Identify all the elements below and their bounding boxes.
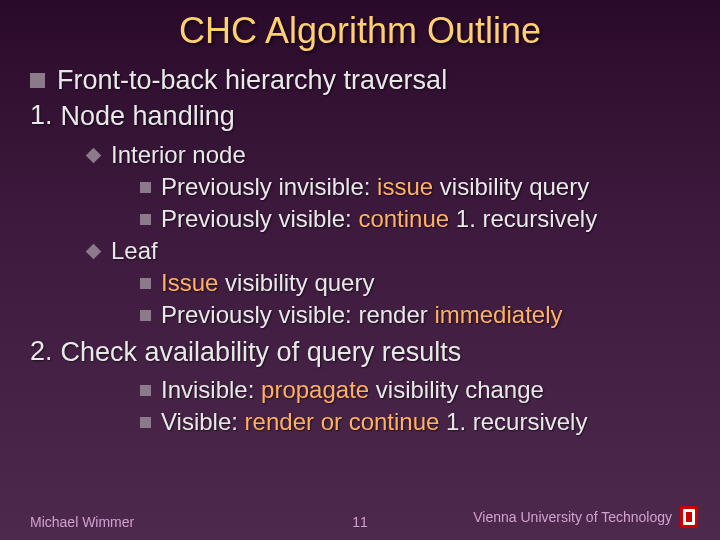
highlight: continue [358, 205, 449, 232]
square-bullet-icon [140, 182, 151, 193]
result-invisible: Invisible: propagate visibility change [140, 375, 690, 405]
text: Check availability of query results [61, 336, 462, 370]
text: Previously visible: render immediately [161, 300, 563, 330]
step-number: 1. [30, 100, 53, 131]
step-2: 2. Check availability of query results [30, 336, 690, 370]
svg-rect-2 [686, 512, 692, 522]
footer: Michael Wimmer 11 Vienna University of T… [0, 504, 720, 530]
text: Previously visible: continue 1. recursiv… [161, 204, 597, 234]
slide-body: CHC Algorithm Outline Front-to-back hier… [0, 0, 720, 437]
square-bullet-icon [140, 417, 151, 428]
text: Issue visibility query [161, 268, 374, 298]
square-bullet-icon [140, 385, 151, 396]
diamond-bullet-icon [86, 147, 102, 163]
slide-title: CHC Algorithm Outline [30, 10, 690, 52]
leaf: Leaf [88, 236, 690, 266]
interior-invisible: Previously invisible: issue visibility q… [140, 172, 690, 202]
text: Visible: render or continue 1. recursive… [161, 407, 587, 437]
highlight: immediately [434, 301, 562, 328]
text: Front-to-back hierarchy traversal [57, 64, 447, 98]
interior-node: Interior node [88, 140, 690, 170]
interior-visible: Previously visible: continue 1. recursiv… [140, 204, 690, 234]
text: Invisible: propagate visibility change [161, 375, 544, 405]
square-bullet-icon [140, 310, 151, 321]
step-1: 1. Node handling [30, 100, 690, 134]
footer-author: Michael Wimmer [30, 514, 134, 530]
footer-affiliation-text: Vienna University of Technology [473, 509, 672, 525]
square-bullet-icon [140, 214, 151, 225]
university-logo-icon [678, 504, 700, 530]
footer-page-number: 11 [352, 514, 368, 530]
step-number: 2. [30, 336, 53, 367]
bullet-front-to-back: Front-to-back hierarchy traversal [30, 64, 690, 98]
highlight: Issue [161, 269, 218, 296]
text: Previously invisible: issue visibility q… [161, 172, 589, 202]
square-bullet-icon [30, 73, 45, 88]
text: Interior node [111, 140, 246, 170]
text: Leaf [111, 236, 158, 266]
result-visible: Visible: render or continue 1. recursive… [140, 407, 690, 437]
leaf-visible: Previously visible: render immediately [140, 300, 690, 330]
highlight: issue [377, 173, 433, 200]
square-bullet-icon [140, 278, 151, 289]
text: Node handling [61, 100, 235, 134]
highlight: propagate [261, 376, 369, 403]
highlight: render or continue [245, 408, 440, 435]
footer-affiliation: Vienna University of Technology [473, 504, 700, 530]
diamond-bullet-icon [86, 243, 102, 259]
leaf-issue: Issue visibility query [140, 268, 690, 298]
